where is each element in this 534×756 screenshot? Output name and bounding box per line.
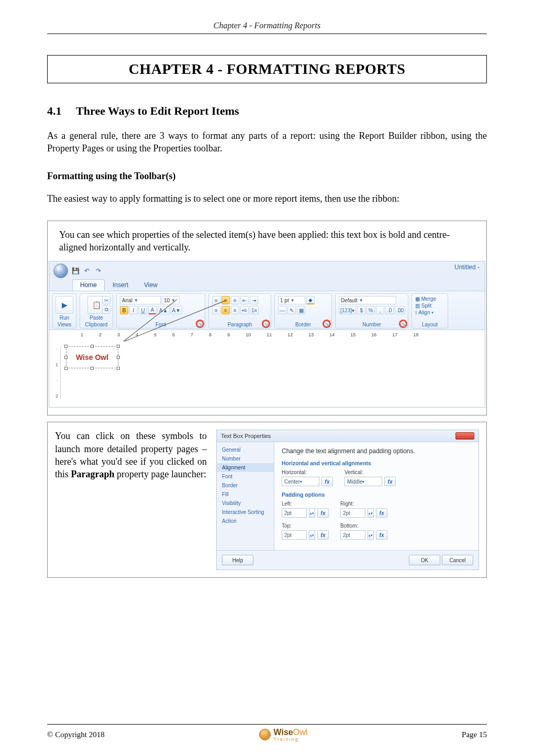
- pad-left-spinner[interactable]: ▴▾: [309, 508, 315, 518]
- run-button[interactable]: ▶: [55, 296, 73, 314]
- number-format-combo[interactable]: Default▼: [339, 296, 396, 304]
- pad-top-fx-button[interactable]: fx: [317, 530, 329, 540]
- merge-button[interactable]: ▦ Merge: [415, 296, 436, 302]
- align-center-button[interactable]: ≡: [221, 306, 230, 314]
- pad-bottom-label: Bottom:: [340, 523, 387, 529]
- pad-bottom-fx-button[interactable]: fx: [376, 530, 387, 540]
- logo-text-wise: Wise: [274, 728, 293, 737]
- redo-icon[interactable]: ↷: [94, 267, 103, 275]
- border-launcher[interactable]: ↘: [324, 321, 330, 327]
- group-views: ▶ Run Views: [52, 293, 76, 328]
- nav-interactive-sorting[interactable]: Interactive Sorting: [217, 508, 274, 517]
- align-menu-button[interactable]: ⟟ Align ▾: [415, 310, 436, 316]
- help-button[interactable]: Help: [222, 555, 253, 565]
- valign-fx-button[interactable]: fx: [384, 477, 396, 486]
- cancel-button[interactable]: Cancel: [442, 555, 473, 565]
- split-button[interactable]: ▥ Split: [415, 303, 436, 309]
- align-bottom-button[interactable]: ≡: [231, 296, 239, 304]
- numbering-button[interactable]: 1≡: [250, 306, 259, 314]
- owl-icon: [259, 729, 271, 740]
- border-preset-button[interactable]: ▦: [297, 306, 305, 314]
- nav-action[interactable]: Action: [217, 517, 274, 525]
- pad-top-spinner[interactable]: ▴▾: [309, 530, 315, 540]
- nav-border[interactable]: Border: [217, 481, 274, 490]
- cut-icon[interactable]: ✂: [102, 296, 110, 304]
- currency-button[interactable]: $: [357, 306, 365, 314]
- save-icon[interactable]: 💾: [71, 267, 80, 275]
- group-number-label: Number: [362, 322, 381, 327]
- dialog-nav: General Number Alignment Font Border Fil…: [217, 442, 274, 550]
- border-style-button[interactable]: —: [278, 306, 286, 314]
- number-format-value: Default: [341, 298, 358, 303]
- nav-alignment[interactable]: Alignment: [217, 463, 274, 472]
- inc-decimal-button[interactable]: .0: [385, 306, 394, 314]
- outdent-button[interactable]: ⇤: [240, 296, 249, 304]
- border-width-combo[interactable]: 1 pt▼: [278, 296, 305, 304]
- tab-insert[interactable]: Insert: [105, 279, 136, 291]
- pad-bottom-spinner[interactable]: ▴▾: [368, 530, 374, 540]
- nav-fill[interactable]: Fill: [217, 490, 274, 499]
- pad-left-input[interactable]: 2pt: [282, 508, 307, 518]
- copy-icon[interactable]: ⧉: [102, 305, 110, 314]
- italic-button[interactable]: I: [129, 306, 138, 314]
- close-icon[interactable]: [455, 432, 474, 440]
- pad-right-fx-button[interactable]: fx: [376, 508, 387, 518]
- halign-fx-button[interactable]: fx: [321, 477, 333, 486]
- percent-button[interactable]: %: [366, 306, 375, 314]
- paragraph-launcher[interactable]: ↘: [263, 321, 269, 327]
- bold-button[interactable]: B: [120, 306, 128, 314]
- group-paragraph-label: Paragraph: [228, 322, 252, 327]
- section-padding: Padding options: [282, 491, 471, 498]
- indent-button[interactable]: ⇥: [250, 296, 258, 304]
- font-color-button[interactable]: A: [148, 306, 157, 314]
- running-head: Chapter 4 - Formatting Reports: [47, 21, 487, 34]
- chapter-title: CHAPTER 4 - FORMATTING REPORTS: [48, 61, 486, 78]
- pad-top-label: Top:: [282, 523, 329, 529]
- section-title: Three Ways to Edit Report Items: [76, 104, 239, 117]
- font-launcher[interactable]: ↘: [197, 321, 203, 327]
- figure-ribbon: You can see which properties of the sele…: [47, 221, 487, 416]
- halign-label: Horizontal:: [282, 469, 333, 475]
- pad-left-label: Left:: [282, 501, 329, 507]
- comma-button[interactable]: ,: [376, 306, 384, 314]
- align-left-button[interactable]: ≡: [212, 306, 220, 314]
- pad-bottom-input[interactable]: 2pt: [340, 530, 365, 540]
- undo-icon[interactable]: ↶: [83, 267, 91, 275]
- placeholder-button[interactable]: [123]▾: [339, 306, 356, 314]
- bullets-button[interactable]: •≡: [240, 306, 249, 314]
- ribbon-tabs: Home Insert View: [49, 278, 485, 291]
- halign-combo[interactable]: Center ▾: [282, 477, 319, 486]
- pad-right-input[interactable]: 2pt: [340, 508, 365, 518]
- pad-top-input[interactable]: 2pt: [282, 530, 307, 540]
- nav-font[interactable]: Font: [217, 472, 274, 481]
- dialog-heading: Change the text alignment and padding op…: [282, 447, 471, 455]
- figure-dialog: You can click on these symbols to launch…: [47, 422, 487, 578]
- app-orb-icon[interactable]: [53, 264, 68, 278]
- underline-button[interactable]: U: [139, 306, 147, 314]
- tab-home[interactable]: Home: [72, 279, 105, 291]
- font-name-combo[interactable]: Arial▼: [120, 296, 161, 304]
- dialog-title: Text Box Properties: [221, 433, 271, 439]
- selected-textbox[interactable]: Wise Owl: [66, 346, 118, 368]
- nav-visibility[interactable]: Visibility: [217, 499, 274, 508]
- border-color-button[interactable]: ◆: [306, 296, 315, 304]
- dec-decimal-button[interactable]: .00: [395, 306, 405, 314]
- window-title: Untitled -: [454, 264, 480, 271]
- pad-right-spinner[interactable]: ▴▾: [368, 508, 374, 518]
- font-name-value: Arial: [122, 298, 132, 303]
- page-number: Page 15: [462, 730, 487, 739]
- ok-button[interactable]: OK: [409, 555, 440, 565]
- chapter-title-box: CHAPTER 4 - FORMATTING REPORTS: [47, 55, 487, 83]
- nav-number[interactable]: Number: [217, 454, 274, 463]
- border-pen-button[interactable]: ✎: [287, 306, 296, 314]
- align-right-button[interactable]: ≡: [231, 306, 239, 314]
- pad-left-fx-button[interactable]: fx: [317, 508, 329, 518]
- tab-view[interactable]: View: [136, 279, 165, 291]
- chevron-down-icon: ▾: [362, 479, 364, 484]
- section-number: 4.1: [47, 104, 73, 118]
- nav-general[interactable]: General: [217, 445, 274, 454]
- shrink-font-button[interactable]: A▼: [171, 306, 183, 314]
- figure-dialog-caption: You can click on these symbols to launch…: [55, 430, 207, 480]
- valign-combo[interactable]: Middle ▾: [344, 477, 382, 486]
- number-launcher[interactable]: ↘: [400, 321, 406, 327]
